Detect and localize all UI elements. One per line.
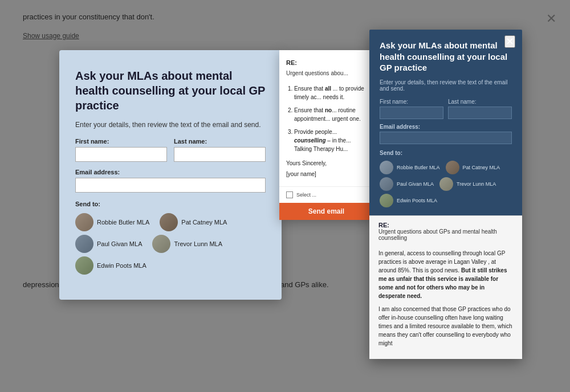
modal-back-title: Ask your MLAs about mental health counse… [75,68,266,113]
first-name-group: First name: [75,138,167,162]
front-mla-list: Robbie Butler MLA Pat Catney MLA Paul Gi… [380,161,512,207]
front-mla-name-pat: Pat Catney MLA [463,165,500,170]
front-send-to-label: Send to: [380,150,512,156]
send-email-button[interactable]: Send email [279,203,373,220]
last-name-input[interactable] [174,147,266,162]
modal-front-subtitle: Enter your details, then review the text… [380,79,512,92]
front-mla-row-2: Paul Givan MLA Trevor Lunn MLA [380,177,512,191]
front-mla-trevor: Trevor Lunn MLA [439,177,496,191]
modal-front-close-button[interactable]: ✕ [504,35,515,48]
front-name-row: First name: Last name: [380,99,512,119]
modal-front-header: ✕ Ask your MLAs about mental health coun… [369,30,522,215]
front-mla-name-robbie: Robbie Butler MLA [397,165,440,170]
response-para-2: I am also concerned that those GP practi… [378,305,513,348]
mid-items-list: Ensure that all ... to provide timely ac… [286,84,367,153]
modal-back: Ask your MLAs about mental health counse… [59,50,282,300]
front-last-name-input[interactable] [448,107,512,119]
mid-sincerely: Yours Sincerely, [286,159,367,168]
response-re-subject: Urgent questions about GPs and mental he… [378,228,513,241]
front-mla-paul: Paul Givan MLA [380,177,434,191]
avatar-robbie [75,213,93,231]
mla-row-1: Robbie Butler MLA Pat Catney MLA [75,213,266,231]
mla-item-edwin: Edwin Poots MLA [75,256,146,275]
front-first-name-label: First name: [380,99,443,105]
avatar-paul [75,235,93,253]
modal-front: ✕ Ask your MLAs about mental health coun… [369,30,522,359]
modal-front-title: Ask your MLAs about mental health counse… [380,40,512,74]
mid-item-3: Provide people... counselling – in the..… [294,128,367,153]
mla-item-paul: Paul Givan MLA [75,235,142,253]
name-fields-row: First name: Last name: [75,138,266,162]
modal-mid: RE: Urgent questions abou... Ensure that… [279,50,373,220]
last-name-label: Last name: [174,138,266,145]
modal-back-subtitle: Enter your details, then review the text… [75,121,266,129]
front-avatar-trevor [439,177,453,191]
mla-name-pat: Pat Catney MLA [181,219,227,226]
front-first-name-group: First name: [380,99,443,119]
front-mla-robbie: Robbie Butler MLA [380,161,440,174]
mid-item-2: Ensure that no... routine appointment...… [294,106,367,123]
avatar-edwin [75,256,93,275]
email-group: Email address: [75,169,266,193]
select-checkbox[interactable] [286,191,293,198]
mla-item-pat: Pat Catney MLA [160,213,227,231]
front-avatar-robbie [380,161,393,174]
response-bold-text: But it still strikes me as unfair that t… [378,267,507,299]
front-avatar-pat [446,161,459,174]
email-input[interactable] [75,178,266,193]
front-email-group: Email address: [380,124,512,144]
response-para-1: In general, access to counselling throug… [378,249,513,300]
mla-item-trevor: Trevor Lunn MLA [152,235,222,253]
response-section: RE: Urgent questions about GPs and menta… [369,215,522,359]
mla-row-3: Edwin Poots MLA [75,256,266,275]
response-re-label: RE: [378,222,513,228]
avatar-trevor [152,235,170,253]
modal-mid-bottom: Select ... [279,186,373,203]
response-body: In general, access to counselling throug… [369,244,522,359]
email-label: Email address: [75,169,266,175]
front-last-name-group: Last name: [448,99,512,119]
front-email-label: Email address: [380,124,512,130]
checkbox-label: Select ... [296,192,316,198]
last-name-group: Last name: [174,138,266,162]
mla-name-paul: Paul Givan MLA [97,240,142,247]
front-mla-row-3: Edwin Poots MLA [380,194,512,207]
front-mla-pat: Pat Catney MLA [446,161,500,174]
mid-re-subject: Urgent questions abou... [286,69,367,77]
mla-name-trevor: Trevor Lunn MLA [174,240,222,247]
mid-re-label: RE: [286,58,367,68]
send-to-label: Send to: [75,201,266,207]
response-header: RE: Urgent questions about GPs and menta… [369,216,522,244]
main-close-button[interactable]: ✕ [546,11,556,26]
front-avatar-edwin [380,194,393,207]
first-name-input[interactable] [75,147,167,162]
front-mla-name-edwin: Edwin Poots MLA [397,198,437,203]
mla-list: Robbie Butler MLA Pat Catney MLA Paul Gi… [75,213,266,275]
mla-row-2: Paul Givan MLA Trevor Lunn MLA [75,235,266,253]
front-email-input[interactable] [380,132,512,144]
front-last-name-label: Last name: [448,99,512,105]
front-mla-name-trevor: Trevor Lunn MLA [457,181,496,187]
front-mla-name-paul: Paul Givan MLA [397,181,434,187]
front-first-name-input[interactable] [380,107,443,119]
mid-your-name: [your name] [286,170,367,178]
avatar-pat [160,213,178,231]
mla-name-edwin: Edwin Poots MLA [97,262,146,269]
front-mla-edwin: Edwin Poots MLA [380,194,437,207]
mid-item-1: Ensure that all ... to provide timely ac… [294,84,367,101]
front-mla-row-1: Robbie Butler MLA Pat Catney MLA [380,161,512,174]
mla-name-robbie: Robbie Butler MLA [97,219,149,226]
front-avatar-paul [380,177,393,191]
mla-item-robbie: Robbie Butler MLA [75,213,149,231]
first-name-label: First name: [75,138,167,145]
modal-mid-content: RE: Urgent questions abou... Ensure that… [279,50,373,186]
